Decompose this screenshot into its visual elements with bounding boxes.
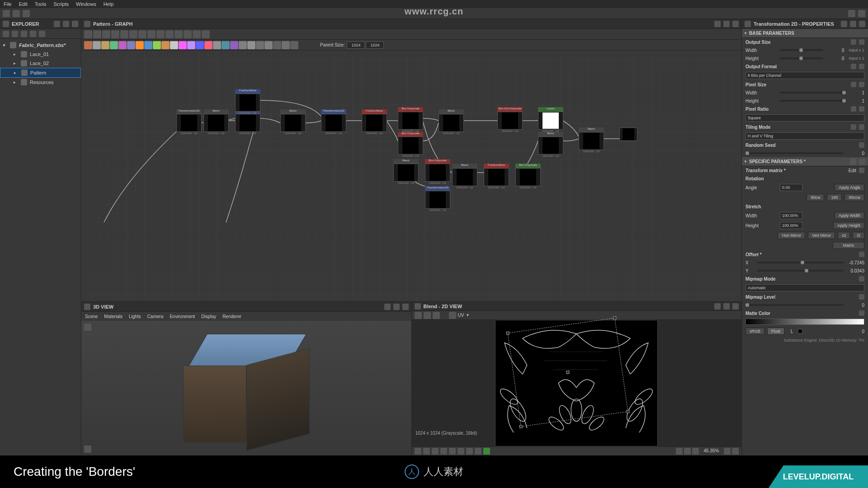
seed-value[interactable]: 0: [846, 151, 864, 156]
menu-windows[interactable]: Windows: [76, 1, 96, 7]
node-preset-swatch[interactable]: [84, 41, 92, 49]
maximize-icon[interactable]: [723, 21, 730, 27]
tree-root[interactable]: ▾ Fabric_Pattern.sbs*: [0, 41, 81, 50]
lock-icon[interactable]: [859, 142, 864, 148]
graph-node[interactable]: Transformation2D1024x1024 · L16: [176, 109, 202, 135]
graph-node[interactable]: Blur-Grayscale1024x1024 · L16: [515, 164, 541, 189]
one-icon[interactable]: [692, 448, 699, 455]
v3d-scene[interactable]: Scene: [85, 314, 98, 319]
fit-icon[interactable]: [676, 448, 683, 455]
view2d-viewport[interactable]: 1024 x 1024 (Grayscale, 16bit): [412, 320, 742, 446]
v3d-display[interactable]: Display: [201, 314, 216, 319]
lock-icon[interactable]: [859, 124, 864, 130]
tool4-icon[interactable]: [30, 31, 36, 37]
inherit-icon[interactable]: [851, 64, 856, 69]
stretch-w-input[interactable]: 100.00%: [780, 212, 802, 219]
offset-y-value[interactable]: 0.0343: [846, 268, 864, 273]
lock-icon[interactable]: [859, 252, 864, 257]
x2-button[interactable]: x2: [838, 232, 850, 239]
pixel-ratio-select[interactable]: Square: [745, 114, 864, 122]
div2-button[interactable]: /2: [853, 232, 864, 239]
palette-icon[interactable]: [156, 30, 165, 38]
mipmap-value[interactable]: 0: [846, 303, 864, 308]
tree-item-pattern[interactable]: ▸ Pattern: [0, 68, 81, 78]
graph-node[interactable]: [619, 127, 637, 141]
menu-edit[interactable]: Edit: [19, 1, 28, 7]
width-value[interactable]: 0: [826, 48, 844, 53]
node-preset-swatch[interactable]: [282, 41, 290, 49]
l-swatch[interactable]: [798, 329, 802, 333]
lock-icon[interactable]: [859, 64, 864, 69]
stretch-h-input[interactable]: 100.00%: [780, 222, 802, 229]
v3d-environment[interactable]: Environment: [170, 314, 195, 319]
graph-node[interactable]: Blur-HQ-Grayscale1024x1024 · L16: [497, 107, 523, 132]
center-icon[interactable]: [684, 448, 691, 455]
menu-scripts[interactable]: Scripts: [53, 1, 69, 7]
preset-icon2[interactable]: [859, 159, 865, 165]
width-slider[interactable]: [780, 49, 823, 51]
tiling-mode-select[interactable]: H and V Tiling: [745, 132, 864, 140]
lock-icon[interactable]: [859, 294, 864, 300]
tool-c-icon[interactable]: [184, 30, 192, 38]
node-preset-swatch[interactable]: [204, 41, 212, 49]
pin-icon[interactable]: [54, 21, 60, 27]
matrix-button[interactable]: Matrix: [833, 242, 864, 249]
graph-node[interactable]: Blur-Grayscale1024x1024 · L16: [425, 159, 450, 184]
histogram-icon[interactable]: [466, 448, 473, 455]
node-preset-swatch[interactable]: [290, 41, 298, 49]
pxw-value[interactable]: 1: [846, 90, 864, 95]
height-slider[interactable]: [780, 57, 823, 59]
node-preset-swatch[interactable]: [213, 41, 221, 49]
transform-gizmo[interactable]: [508, 318, 628, 427]
node-preset-swatch[interactable]: [222, 41, 230, 49]
cut-icon[interactable]: [129, 30, 137, 38]
graph-node[interactable]: Blur-Grayscale1024x1024 · L16: [398, 107, 423, 132]
info-icon[interactable]: [111, 30, 119, 38]
offset-y-slider[interactable]: [757, 270, 844, 272]
link-icon[interactable]: [147, 30, 156, 38]
pin-icon[interactable]: [714, 303, 721, 310]
seed-slider[interactable]: [745, 152, 844, 154]
parent-height-field[interactable]: 1024: [366, 42, 384, 49]
maximize-icon[interactable]: [850, 21, 856, 27]
checker-icon[interactable]: [423, 448, 430, 455]
reload-icon[interactable]: [12, 31, 18, 37]
tree-item-lace01[interactable]: ▸ Lace_01: [0, 50, 81, 59]
export-icon[interactable]: [21, 31, 27, 37]
apply-width-button[interactable]: Apply Width: [835, 212, 864, 219]
node-preset-swatch[interactable]: [101, 41, 109, 49]
pin-icon[interactable]: [714, 21, 721, 27]
graph-node[interactable]: Transformation2D1024x1024 · L16: [321, 109, 346, 135]
node-preset-swatch[interactable]: [93, 41, 101, 49]
node-preset-swatch[interactable]: [247, 41, 255, 49]
graph-node[interactable]: Blend1024x1024 · L16: [579, 127, 604, 153]
move-icon[interactable]: [93, 30, 101, 38]
graph-node[interactable]: Blend1024x1024 · L16: [280, 109, 306, 135]
graph-node[interactable]: FracSumBase1024x1024 · L16: [484, 164, 509, 189]
lock-icon[interactable]: [859, 82, 864, 87]
node-preset-swatch[interactable]: [136, 41, 144, 49]
graph-node[interactable]: Transformation2D1024x1024 · L16: [425, 186, 450, 211]
node-preset-swatch[interactable]: [153, 41, 161, 49]
float-button[interactable]: Float: [767, 328, 784, 335]
height-value[interactable]: 0: [826, 56, 844, 61]
node-preset-swatch[interactable]: [161, 41, 170, 49]
save-icon[interactable]: [424, 312, 431, 319]
lock-icon[interactable]: [859, 276, 864, 282]
srgb-button[interactable]: sRGB: [745, 328, 764, 335]
v3d-camera[interactable]: Camera: [147, 314, 164, 319]
hori-mirror-button[interactable]: Hori Mirror: [778, 232, 805, 239]
lock-icon[interactable]: [732, 448, 739, 455]
zoom-icon[interactable]: [120, 30, 128, 38]
pin-icon[interactable]: [841, 21, 847, 27]
enviro-icon[interactable]: [483, 448, 490, 455]
node-preset-swatch[interactable]: [170, 41, 178, 49]
node-preset-swatch[interactable]: [127, 41, 135, 49]
lock-icon[interactable]: [859, 39, 864, 45]
camera-icon[interactable]: [84, 324, 91, 331]
channel-icon[interactable]: [449, 312, 456, 319]
node-preset-swatch[interactable]: [264, 41, 273, 49]
inherit-icon[interactable]: [851, 39, 856, 45]
inherit-icon[interactable]: [851, 82, 856, 87]
close-icon[interactable]: [859, 21, 865, 27]
